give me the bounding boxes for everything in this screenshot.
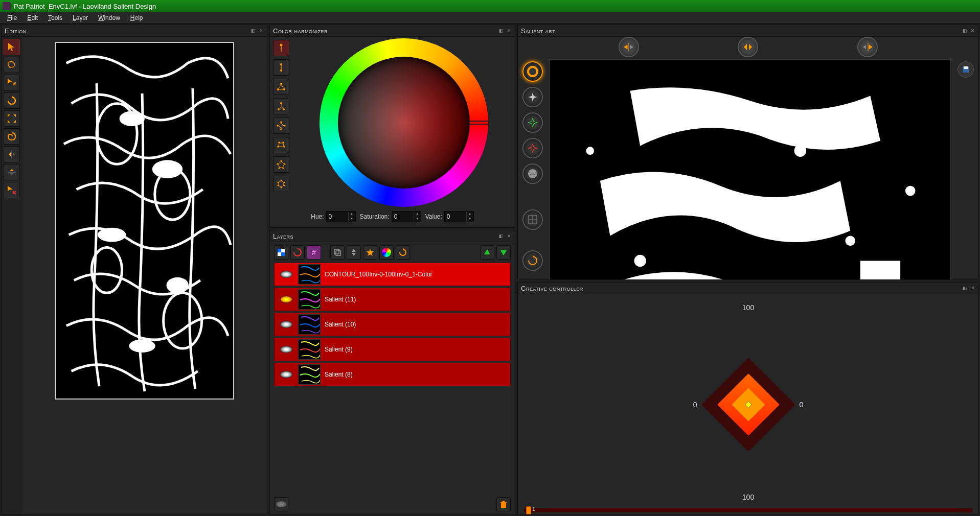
svg-point-16 (277, 88, 279, 90)
harmony-hexagon[interactable] (273, 176, 289, 192)
salient-flip-both[interactable] (738, 37, 758, 57)
panel-close-icon[interactable]: ✕ (259, 28, 264, 33)
layer-visibility-toggle[interactable] (275, 296, 298, 303)
salient-refresh[interactable] (522, 250, 543, 271)
panel-dock-icon[interactable]: ◧ (498, 28, 504, 33)
layer-move-up[interactable] (480, 245, 494, 260)
harmony-split[interactable] (273, 98, 289, 114)
layer-row[interactable]: Salient (11) (274, 288, 511, 311)
color-wheel[interactable] (320, 38, 488, 207)
hue-down[interactable]: ▼ (349, 217, 355, 222)
panel-close-icon[interactable]: ✕ (970, 28, 975, 33)
menu-window[interactable]: Window (93, 13, 125, 22)
svg-point-61 (634, 255, 646, 267)
cc-slider-val: 1 (532, 506, 535, 512)
sat-up[interactable]: ▲ (414, 212, 421, 217)
panel-dock-icon[interactable]: ◧ (498, 233, 504, 239)
harmony-analogous[interactable] (273, 137, 289, 153)
layer-gradient-icon[interactable] (379, 245, 394, 260)
menu-edit[interactable]: Edit (22, 13, 43, 22)
svg-rect-43 (278, 252, 281, 256)
menu-layer[interactable]: Layer (67, 13, 93, 22)
cc-diamond[interactable] (715, 371, 782, 438)
salient-mode-ring[interactable] (522, 61, 543, 82)
harmony-mono[interactable] (273, 40, 289, 56)
svg-point-59 (723, 204, 737, 218)
menu-file[interactable]: File (2, 13, 22, 22)
hue-up[interactable]: ▲ (349, 212, 355, 217)
layer-delete[interactable] (496, 497, 511, 511)
tool-scale[interactable] (4, 110, 20, 127)
layer-name-label: Salient (11) (325, 296, 510, 303)
layer-hash-icon[interactable]: # (307, 245, 321, 260)
layer-row[interactable]: Salient (10) (274, 313, 511, 336)
value-input[interactable]: 0▲▼ (444, 211, 474, 222)
panel-close-icon[interactable]: ✕ (507, 233, 512, 239)
layer-visibility-toggle[interactable] (275, 346, 298, 353)
panel-dock-icon[interactable]: ◧ (962, 28, 967, 33)
harmony-triadic[interactable] (273, 79, 289, 95)
panel-dock-icon[interactable]: ◧ (250, 28, 256, 33)
salient-mode-star2[interactable] (522, 112, 543, 133)
layer-visibility-toggle[interactable] (275, 321, 298, 328)
svg-point-67 (905, 186, 916, 196)
tool-rotate[interactable] (4, 92, 20, 109)
salient-save-icon[interactable] (958, 61, 974, 78)
svg-point-60 (845, 236, 855, 246)
tool-delete[interactable] (4, 182, 20, 198)
val-up[interactable]: ▲ (467, 212, 473, 217)
salient-mode-star[interactable] (522, 87, 543, 107)
tool-flip-v[interactable] (4, 146, 20, 162)
menu-tools[interactable]: Tools (43, 13, 67, 22)
layer-thumbnail (298, 314, 321, 335)
layer-visibility-toggle[interactable] (275, 271, 298, 278)
layer-row[interactable]: Salient (8) (274, 363, 511, 386)
layer-swirl-icon[interactable] (290, 245, 305, 260)
salient-flip-left[interactable] (619, 37, 639, 57)
layer-duplicate-icon[interactable] (330, 245, 345, 260)
cc-label-left: 0 (693, 401, 697, 409)
panel-title-creative-controller: Creative controller (521, 285, 583, 292)
panel-dock-icon[interactable]: ◧ (962, 286, 967, 291)
layer-name-label: Salient (8) (325, 371, 510, 378)
layer-visibility-toggle[interactable] (275, 371, 298, 378)
harmony-square[interactable] (273, 118, 289, 134)
color-wheel-inner[interactable] (338, 57, 470, 189)
cc-slider[interactable]: 1 (524, 508, 972, 512)
cc-slider-handle[interactable] (526, 506, 531, 514)
salient-canvas[interactable] (550, 59, 951, 279)
layer-toggle-all[interactable] (274, 497, 288, 511)
tool-select[interactable] (4, 39, 20, 55)
svg-rect-72 (964, 66, 968, 69)
layer-effect-icon[interactable] (363, 245, 377, 260)
harmony-complementary[interactable] (273, 59, 289, 76)
layer-merge-icon[interactable] (347, 245, 361, 260)
panel-close-icon[interactable]: ✕ (507, 28, 512, 33)
harmony-pentagon[interactable] (273, 156, 289, 173)
hue-input[interactable]: 0▲▼ (326, 211, 356, 222)
layer-row[interactable]: Salient (9) (274, 338, 511, 361)
layer-list[interactable]: CONTOUR_100Inv-0-100Inv-0_1-ColorSalient… (270, 263, 515, 494)
tool-swirl[interactable] (4, 128, 20, 145)
layer-add-checker[interactable] (274, 245, 288, 260)
layer-move-down[interactable] (496, 245, 511, 260)
sat-down[interactable]: ▼ (414, 217, 421, 222)
salient-mode-grid[interactable] (522, 209, 543, 230)
layer-name-label: CONTOUR_100Inv-0-100Inv-0_1-Color (325, 271, 510, 278)
layer-row[interactable]: CONTOUR_100Inv-0-100Inv-0_1-Color (274, 263, 511, 286)
salient-right-side (953, 57, 978, 279)
salient-mode-star3[interactable] (522, 138, 543, 158)
salient-mode-globe[interactable] (522, 163, 543, 184)
tool-lasso[interactable] (4, 57, 20, 73)
saturation-input[interactable]: 0▲▼ (392, 211, 421, 222)
tool-move[interactable] (4, 75, 20, 91)
svg-rect-53 (503, 501, 505, 502)
tool-flip-h[interactable] (4, 164, 20, 180)
edition-canvas[interactable] (55, 42, 234, 400)
menu-help[interactable]: Help (125, 13, 148, 22)
val-down[interactable]: ▼ (467, 217, 473, 222)
color-wheel-handle[interactable] (469, 121, 489, 125)
panel-close-icon[interactable]: ✕ (970, 286, 975, 291)
salient-flip-right[interactable] (857, 37, 878, 57)
layer-refresh-icon[interactable] (396, 245, 410, 260)
